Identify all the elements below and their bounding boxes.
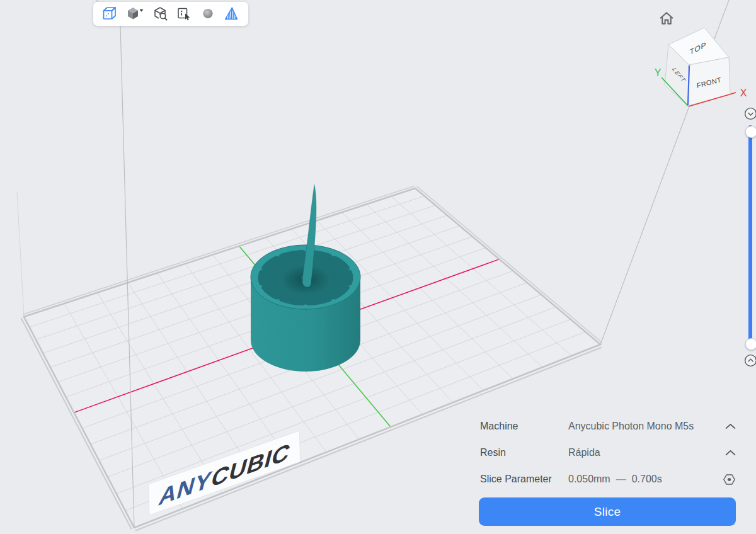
chevron-up-icon [725,423,736,429]
view-layout-cube-icon[interactable] [100,4,119,23]
slicer-app: ANY CUBIC TOP FRONT LEFT [0,0,756,534]
layer-height-value: 0.050mm [568,474,610,485]
parameter-hexagon-dot-icon [723,473,736,486]
parameter-separator: — [616,474,626,485]
nav-cube[interactable]: TOP FRONT LEFT Y X [655,28,747,106]
exposure-time-value: 0.700s [632,474,662,485]
y-axis-label: Y [655,67,662,78]
material-sphere-icon[interactable] [198,4,217,23]
slice-parameter-row[interactable]: Slice Parameter 0.050mm — 0.700s [480,472,736,486]
machine-collapse-button[interactable] [725,423,736,429]
resin-value: Rápida [568,447,600,458]
resin-label: Resin [480,447,568,458]
slice-button[interactable]: Slice [479,497,736,526]
machine-value: Anycubic Photon Mono M5s [568,421,694,432]
chevron-up-icon [725,450,736,456]
layer-range-lower-handle[interactable] [745,338,756,350]
home-view-button[interactable] [658,9,675,27]
home-icon [659,11,674,26]
slice-parameter-label: Slice Parameter [480,474,568,485]
slice-parameter-settings-button[interactable] [723,473,736,486]
model-info-select-icon[interactable] [175,4,193,23]
orientation-cube-icon[interactable] [124,4,146,23]
layer-range-collapse-button[interactable] [744,107,756,120]
model-zoom-icon[interactable] [151,4,169,23]
layer-range-track[interactable] [748,125,752,346]
resin-collapse-button[interactable] [725,450,736,456]
view-toolbar [93,2,248,26]
machine-row[interactable]: Machine Anycubic Photon Mono M5s [480,419,736,433]
slice-preview-icon[interactable] [222,4,241,23]
dropdown-arrow-icon [140,9,144,12]
resin-row[interactable]: Resin Rápida [480,446,736,460]
build-volume-left-edge [17,192,24,317]
chevron-down-circle-icon [744,107,756,120]
layer-range-expand-button[interactable] [744,354,756,367]
chevron-up-circle-icon [744,354,756,367]
machine-label: Machine [480,421,568,432]
x-axis-label: X [740,88,747,98]
layer-range-upper-handle[interactable] [745,126,756,138]
